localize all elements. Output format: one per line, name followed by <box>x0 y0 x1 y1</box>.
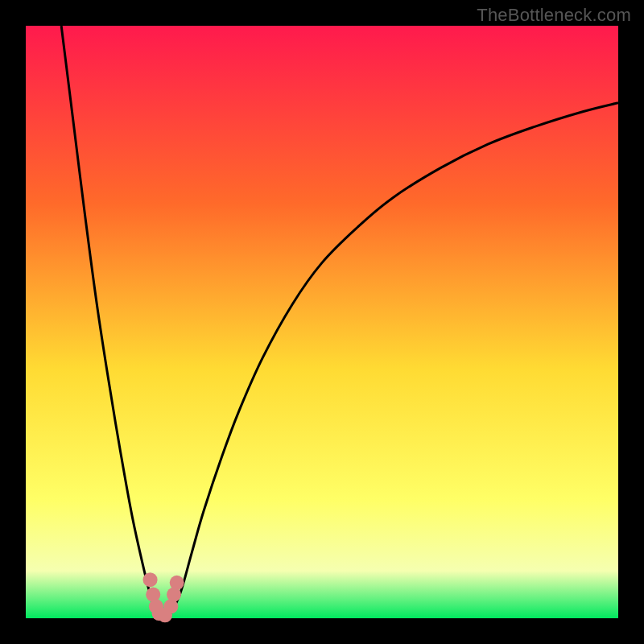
plot-area <box>26 26 618 618</box>
left-curve <box>61 26 162 618</box>
data-marker <box>143 572 158 587</box>
right-curve <box>168 103 618 618</box>
curve-layer <box>26 26 618 618</box>
watermark: TheBottleneck.com <box>477 5 631 26</box>
marker-group <box>143 572 184 622</box>
frame: TheBottleneck.com <box>0 0 644 644</box>
data-marker <box>170 576 184 590</box>
